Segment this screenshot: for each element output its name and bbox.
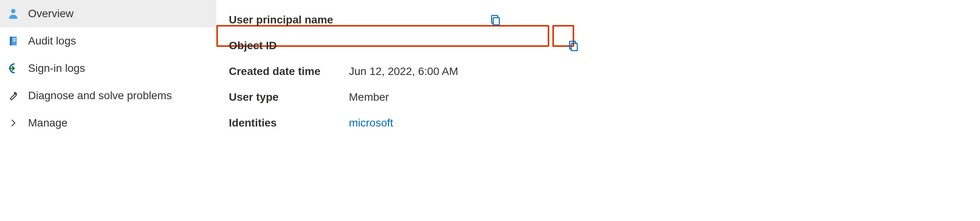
field-value: Jun 12, 2022, 6:00 AM [349,65,980,78]
sidebar-item-label: Sign-in logs [28,62,85,75]
field-label: Identities [226,117,349,129]
chevron-right-icon [6,116,20,130]
svg-rect-7 [571,43,577,50]
notebook-icon [6,34,20,48]
svg-point-5 [15,93,16,94]
field-label: Object ID [226,39,349,52]
field-object-id: Object ID [226,33,980,59]
sidebar-item-diagnose[interactable]: Diagnose and solve problems [0,82,216,109]
copy-button-object-id[interactable] [565,37,582,54]
field-value: Member [349,91,980,103]
signin-icon [6,61,20,75]
sidebar: Overview Audit logs Sign- [0,0,216,221]
copy-button-upn[interactable] [487,11,504,29]
sidebar-item-label: Manage [28,117,67,129]
field-identities: Identities microsoft [226,110,980,136]
sidebar-item-manage[interactable]: Manage [0,109,216,137]
svg-rect-6 [493,18,499,25]
content: User principal name Object ID Created da… [216,0,980,221]
svg-point-0 [11,9,15,13]
field-created-date-time: Created date time Jun 12, 2022, 6:00 AM [226,59,980,84]
sidebar-item-label: Diagnose and solve problems [28,89,172,102]
svg-rect-4 [13,41,16,41]
sidebar-item-label: Overview [28,7,74,20]
copy-icon [489,13,502,27]
sidebar-item-audit-logs[interactable]: Audit logs [0,27,216,55]
field-label: Created date time [226,65,349,78]
sidebar-item-signin-logs[interactable]: Sign-in logs [0,55,216,82]
wrench-icon [6,89,20,103]
field-label: User principal name [226,14,349,26]
svg-rect-3 [13,39,16,39]
field-value-link[interactable]: microsoft [349,117,980,129]
field-user-type: User type Member [226,84,980,110]
sidebar-item-label: Audit logs [28,35,76,47]
svg-rect-2 [10,37,12,46]
copy-icon [567,39,580,52]
sidebar-item-overview[interactable]: Overview [0,0,216,27]
field-label: User type [226,91,349,103]
field-user-principal-name: User principal name [226,7,980,33]
person-icon [6,7,20,21]
